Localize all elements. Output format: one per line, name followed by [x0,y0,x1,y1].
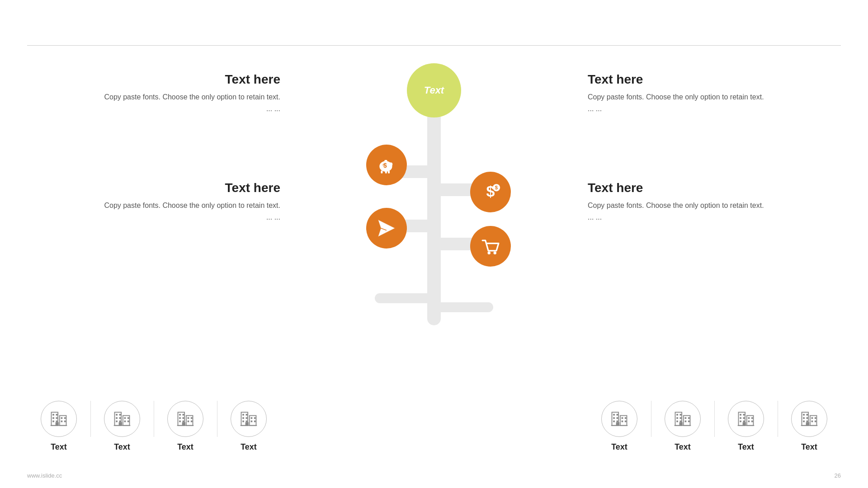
svg-rect-93 [680,417,682,419]
svg-rect-97 [688,417,690,419]
svg-rect-38 [116,421,118,422]
svg-rect-109 [743,421,745,422]
svg-rect-98 [685,421,687,422]
paper-plane-circle [366,208,407,249]
svg-rect-124 [811,417,813,419]
svg-rect-55 [191,417,193,419]
svg-rect-52 [179,421,181,422]
building-icon-7 [728,401,764,437]
bottom-right-label-2: Text [675,442,691,452]
svg-rect-100 [679,422,683,425]
svg-rect-23 [56,417,58,419]
building-icon-8 [791,401,827,437]
building-icon-5 [601,401,637,437]
svg-rect-36 [116,417,118,419]
bottom-left-item-3: Text [154,401,217,452]
right-upper-section: Text here Copy paste fonts. Choose the o… [588,72,841,114]
svg-rect-39 [119,421,121,422]
right-lower-title: Text here [588,181,841,195]
svg-rect-29 [64,421,66,422]
svg-rect-121 [807,417,808,419]
svg-rect-25 [56,421,58,422]
svg-rect-104 [740,414,741,416]
svg-rect-120 [803,417,805,419]
svg-rect-6 [385,171,387,174]
svg-rect-80 [613,421,615,422]
tree-diagram: Text $ $ $ [344,36,524,330]
svg-rect-41 [127,417,129,419]
svg-rect-85 [625,421,627,422]
svg-point-16 [488,251,491,254]
svg-rect-7 [388,171,390,174]
svg-rect-58 [182,422,185,425]
svg-point-2 [389,163,392,166]
svg-rect-71 [254,421,256,422]
svg-rect-81 [617,421,618,422]
svg-rect-84 [622,421,623,422]
svg-rect-94 [676,421,678,422]
svg-rect-106 [740,417,741,419]
svg-rect-76 [613,414,615,416]
svg-rect-111 [751,417,753,419]
bottom-left-label-1: Text [51,442,67,452]
svg-rect-126 [811,421,813,422]
svg-rect-0 [427,90,441,325]
left-upper-title: Text here [27,72,280,87]
svg-rect-20 [52,414,54,416]
svg-rect-122 [803,421,805,422]
svg-rect-86 [616,422,619,425]
piggy-bank-circle: $ [366,145,407,185]
bottom-left-label-2: Text [114,442,130,452]
top-text-circle: Text [407,63,461,117]
svg-rect-123 [807,421,808,422]
svg-rect-57 [191,421,193,422]
svg-rect-125 [815,417,816,419]
svg-rect-110 [748,417,750,419]
shopping-cart-circle [470,226,511,267]
bottom-left-item-4: Text [217,401,280,452]
bottom-right-item-1: Text [588,401,651,452]
svg-rect-30 [56,422,59,425]
svg-text:$: $ [486,183,495,200]
svg-rect-95 [680,421,682,422]
svg-rect-107 [743,417,745,419]
svg-rect-56 [188,421,189,422]
svg-rect-127 [815,421,816,422]
svg-rect-28 [61,421,63,422]
svg-rect-77 [617,414,618,416]
svg-rect-83 [625,417,627,419]
building-icon-3 [167,401,203,437]
svg-rect-27 [64,417,66,419]
svg-rect-37 [119,417,121,419]
building-icon-4 [231,401,267,437]
svg-rect-66 [242,421,244,422]
svg-rect-82 [622,417,623,419]
right-lower-body: Copy paste fonts. Choose the only option… [588,200,841,223]
svg-rect-78 [613,417,615,419]
footer-url: www.islide.cc [27,472,62,479]
svg-rect-114 [743,422,746,425]
svg-rect-118 [803,414,805,416]
bottom-left-item-2: Text [90,401,154,452]
svg-rect-91 [680,414,682,416]
svg-rect-128 [806,422,809,425]
svg-rect-92 [676,417,678,419]
svg-marker-14 [378,220,395,237]
svg-rect-69 [254,417,256,419]
svg-rect-90 [676,414,678,416]
bottom-right-label-4: Text [801,442,817,452]
svg-rect-63 [246,414,248,416]
bottom-left-item-1: Text [27,401,90,452]
svg-text:$: $ [383,162,387,169]
svg-rect-22 [52,417,54,419]
svg-point-17 [494,251,497,254]
svg-rect-54 [188,417,189,419]
svg-rect-64 [242,417,244,419]
svg-rect-34 [116,414,118,416]
svg-text:$: $ [495,185,498,190]
svg-rect-62 [242,414,244,416]
svg-rect-70 [251,421,253,422]
svg-rect-99 [688,421,690,422]
svg-rect-65 [246,417,248,419]
svg-rect-42 [124,421,126,422]
